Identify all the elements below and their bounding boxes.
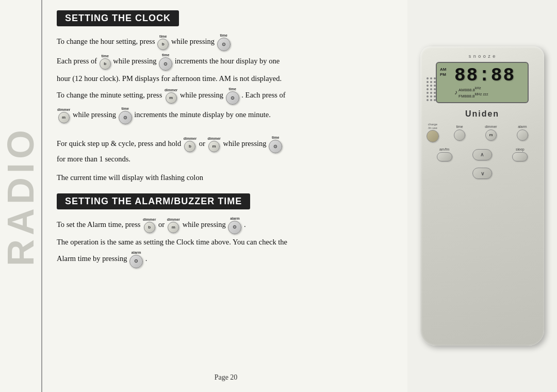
time-button-quick: time ⊙ <box>269 136 282 153</box>
setting-clock-section: SETTING THE CLOCK To change the hour set… <box>57 10 395 126</box>
main-content: SETTING THE CLOCK To change the hour set… <box>42 0 407 392</box>
setting-alarm-section: SETTING THE ALARM/BUZZER TIME To set the… <box>57 193 395 270</box>
brand-name: Uniden <box>465 109 499 119</box>
setting-clock-header: SETTING THE CLOCK <box>57 10 179 26</box>
time-button-icon-2: time ⊙ <box>159 53 172 71</box>
amfm-label: am/fm <box>439 148 449 151</box>
b-button-icon-2: time b <box>100 54 111 70</box>
amfm-btn[interactable] <box>437 152 452 161</box>
clock-para3: hour (12 hour clock). PM displays for af… <box>57 73 395 85</box>
up-arrow-btn[interactable]: ∧ <box>472 149 492 160</box>
clock-instructions: To change the hour setting, press time b… <box>57 34 395 124</box>
sleep-control: sleep <box>512 148 528 161</box>
alarm-btn[interactable] <box>517 129 528 141</box>
m-button-alarm: dimmer m <box>167 218 180 233</box>
sidebar: RADIO <box>0 0 41 392</box>
charge-label: charge/in use <box>428 123 437 130</box>
radio-image-panel: s n o o z e <box>407 0 557 392</box>
time-display: 88:88 <box>454 67 515 85</box>
time-button-icon-1: time ⊙ <box>217 34 231 51</box>
amfm-row: am/fm ∧ sleep <box>427 148 538 161</box>
down-arrow-row: ∨ <box>427 168 538 179</box>
b-button-icon: time b <box>157 35 169 50</box>
charge-control: charge/in use <box>427 123 439 142</box>
m-button-icon-1: dimmer m <box>165 88 177 104</box>
time-control: time <box>454 125 465 141</box>
b-button-quick: dimmer b <box>184 137 196 152</box>
time-btn[interactable] <box>454 129 465 141</box>
alarm-para3: Alarm time by pressing alarm ⊙ . <box>57 251 395 268</box>
sleep-label: sleep <box>516 148 525 151</box>
m-button-icon-2: dimmer m <box>57 108 70 123</box>
clock-para4: To change the minute setting, press dimm… <box>57 87 395 105</box>
quick-step-para2: for more than 1 seconds. <box>57 153 395 166</box>
m-button-quick: dimmer m <box>207 137 220 152</box>
clock-para5: dimmer m while pressing time ⊙ increment… <box>57 107 395 124</box>
alarm-check-button: alarm ⊙ <box>129 251 143 268</box>
snooze-label: s n o o z e <box>469 54 496 59</box>
radio-device: s n o o z e <box>420 46 544 346</box>
flashing-colon-note: The current time will display with flash… <box>57 172 395 184</box>
am-pm-indicator: AM PM <box>440 67 446 78</box>
down-arrow-btn[interactable]: ∨ <box>472 168 492 179</box>
alarm-control: alarm <box>517 125 528 141</box>
charge-button <box>427 130 439 142</box>
clock-para2: Each press of time b while pressing time… <box>57 53 395 71</box>
alarm-para2: The operation is the same as setting the… <box>57 236 395 249</box>
setting-alarm-header: SETTING THE ALARM/BUZZER TIME <box>57 193 250 209</box>
time-button-icon-3: time ⊙ <box>226 87 239 105</box>
display-screen: AM PM 88:88 ♪ AM888.8kHz FM888.8MHz zzz <box>436 62 529 103</box>
speaker-dots <box>427 77 436 101</box>
dimmer-label: dimmer <box>485 125 497 128</box>
b-button-alarm: dimmer b <box>143 218 156 233</box>
alarm-instructions: To set the Alarm time, press dimmer b or… <box>57 217 395 268</box>
tda-labels-row: time dimmer m alarm <box>444 125 538 141</box>
radio-sidebar-text: RADIO <box>0 126 42 266</box>
alarm-para1: To set the Alarm time, press dimmer b or… <box>57 217 395 234</box>
top-controls-row: charge/in use time dimmer m alarm <box>427 123 538 142</box>
controls-area: charge/in use time dimmer m alarm <box>427 123 538 179</box>
page-number: Page 20 <box>57 368 395 382</box>
music-note-icon: ♪ <box>454 89 457 96</box>
freq-display: ♪ AM888.8kHz FM888.8MHz zzz <box>454 86 488 99</box>
clock-quick-step: For quick step up & cycle, press and hol… <box>57 136 395 166</box>
clock-para1: To change the hour setting, press time b… <box>57 34 395 51</box>
dimmer-control: dimmer m <box>485 125 497 141</box>
sleep-btn[interactable] <box>512 152 528 161</box>
time-button-icon-4: time ⊙ <box>119 107 132 124</box>
time-label: time <box>456 125 463 128</box>
alarm-oval-button: alarm ⊙ <box>228 217 241 234</box>
amfm-control: am/fm <box>437 148 452 161</box>
alarm-label: alarm <box>518 125 527 128</box>
dimmer-btn[interactable]: m <box>485 129 497 141</box>
